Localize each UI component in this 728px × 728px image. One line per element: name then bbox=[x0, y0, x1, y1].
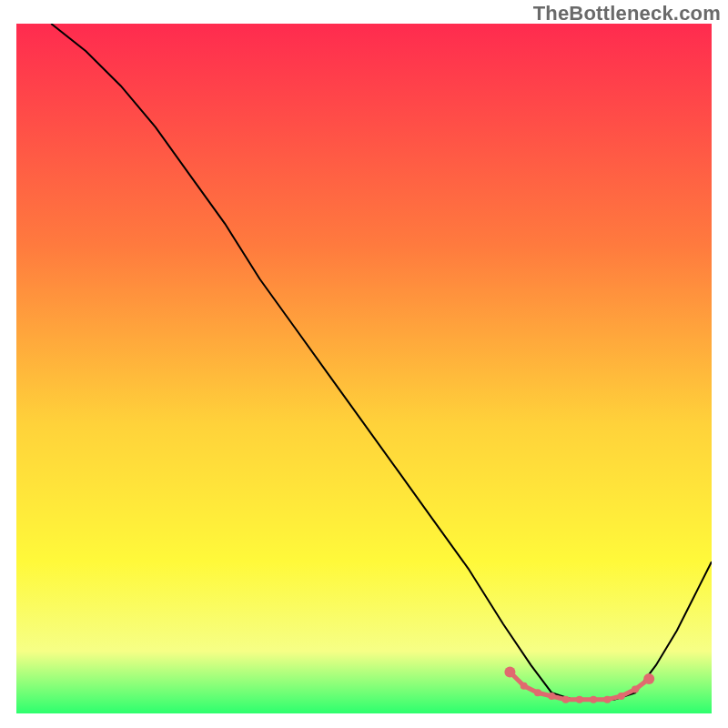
optimal-marker bbox=[643, 673, 654, 684]
optimal-marker bbox=[548, 693, 555, 700]
optimal-marker bbox=[576, 696, 583, 703]
chart-frame: TheBottleneck.com bbox=[0, 0, 728, 728]
optimal-marker bbox=[590, 696, 597, 703]
optimal-marker bbox=[504, 667, 515, 678]
gradient-background bbox=[16, 24, 712, 713]
optimal-marker bbox=[521, 682, 528, 690]
optimal-marker bbox=[632, 686, 639, 693]
chart-svg bbox=[16, 24, 712, 713]
chart-plot-area bbox=[16, 24, 712, 713]
optimal-marker bbox=[618, 693, 625, 700]
optimal-marker bbox=[562, 696, 570, 703]
watermark-label: TheBottleneck.com bbox=[533, 2, 721, 25]
optimal-marker bbox=[534, 689, 541, 696]
optimal-marker bbox=[603, 696, 611, 703]
